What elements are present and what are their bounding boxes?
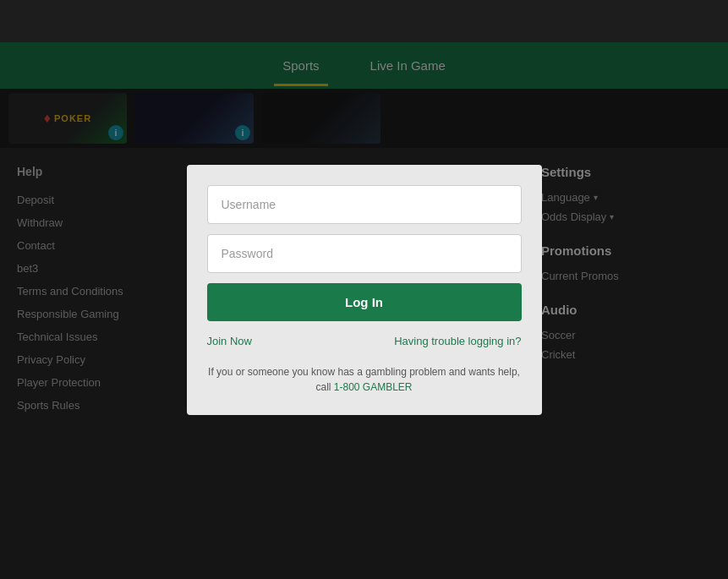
modal-links-row: Join Now Having trouble logging in? <box>207 335 522 347</box>
modal-disclaimer: If you or someone you know has a gamblin… <box>207 364 522 395</box>
password-input[interactable] <box>207 234 522 273</box>
hotline-link[interactable]: 1-800 GAMBLER <box>334 381 413 393</box>
username-input[interactable] <box>207 185 522 224</box>
login-button[interactable]: Log In <box>207 283 522 321</box>
login-modal: Log In Join Now Having trouble logging i… <box>187 165 542 415</box>
join-now-link[interactable]: Join Now <box>207 335 252 347</box>
modal-overlay: Log In Join Now Having trouble logging i… <box>0 0 728 579</box>
trouble-link[interactable]: Having trouble logging in? <box>394 335 521 347</box>
